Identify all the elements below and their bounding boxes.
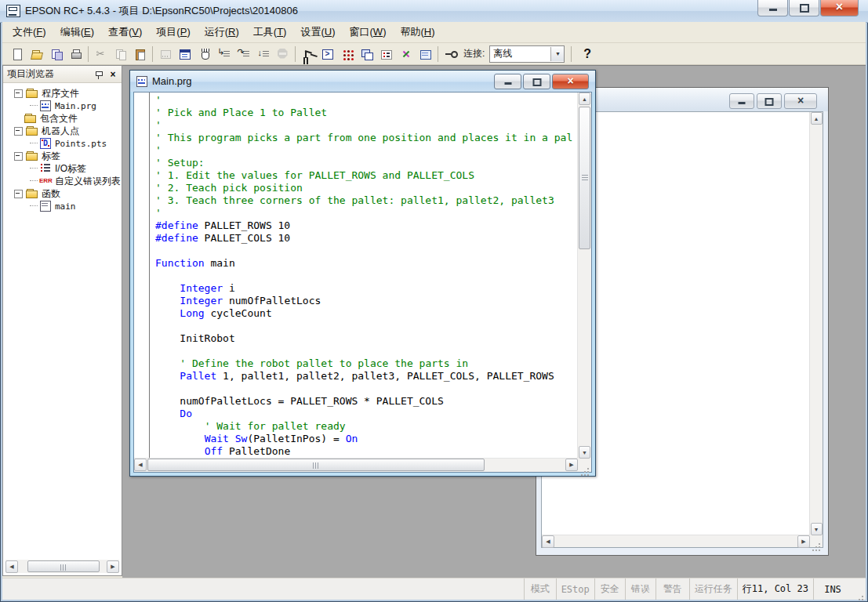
background-maximize-button[interactable] [757, 93, 782, 109]
open-project-button[interactable] [27, 44, 46, 63]
tree-item-label: 机器人点 [42, 125, 79, 138]
scrollbar-thumb[interactable] [27, 560, 100, 572]
resize-grip[interactable] [578, 459, 591, 472]
collapse-icon[interactable] [14, 89, 23, 98]
tree-item-user-error-list[interactable]: 自定义错误列表 [3, 175, 122, 187]
scroll-up-icon[interactable]: ▲ [811, 112, 823, 125]
resize-grip[interactable] [852, 578, 866, 600]
scroll-up-icon[interactable]: ▲ [579, 92, 590, 105]
background-minimize-button[interactable] [729, 93, 754, 109]
menu-item-t[interactable]: 工具(T) [246, 22, 294, 42]
tree-item-function-main[interactable]: main [3, 200, 122, 212]
menu-item-h[interactable]: 帮助(H) [393, 22, 441, 42]
help-button[interactable]: ? [583, 47, 591, 61]
scroll-right-icon[interactable]: ▶ [565, 459, 578, 471]
tree-item-functions[interactable]: 函数 [3, 187, 122, 200]
tree-item-labels[interactable]: 标签 [3, 150, 122, 162]
connect-button[interactable] [441, 44, 460, 63]
tree-item-points-pts[interactable]: Points.pts [3, 137, 122, 150]
editor-window[interactable]: Main.prg '' Pick and Place 1 to Pallet''… [129, 70, 596, 477]
toolbar: 连接: 离线 ▼ ? [2, 43, 866, 65]
background-horizontal-scrollbar[interactable]: ◀ ▶ [542, 535, 810, 547]
robot-manager-button[interactable] [298, 44, 318, 63]
collapse-icon[interactable] [14, 190, 23, 198]
menu-item-v[interactable]: 查看(V) [101, 22, 149, 42]
scroll-right-icon[interactable]: ▶ [797, 535, 810, 548]
menu-item-e[interactable]: 编辑(E) [53, 22, 101, 42]
editor-titlebar[interactable]: Main.prg [130, 71, 595, 92]
resize-grip[interactable] [810, 535, 823, 547]
prg-file-icon [136, 76, 148, 87]
save-all-button[interactable] [46, 44, 66, 63]
tree-item-include-files[interactable]: 包含文件 [3, 112, 122, 125]
control-panel-button[interactable] [416, 44, 435, 63]
scrollbar-thumb[interactable] [147, 459, 485, 471]
run-window-button[interactable] [318, 44, 337, 63]
code-line [155, 320, 577, 332]
step-over-button[interactable] [234, 44, 253, 63]
code-line [155, 245, 577, 257]
editor-maximize-button[interactable] [523, 74, 550, 89]
collapse-icon[interactable] [14, 152, 23, 161]
code-area[interactable]: '' Pick and Place 1 to Pallet'' This pro… [155, 94, 577, 459]
pause-button[interactable] [194, 44, 214, 63]
new-file-button[interactable] [7, 44, 27, 63]
sidebar-horizontal-scrollbar[interactable]: ◀ ▶ [5, 560, 119, 573]
app-close-button[interactable] [820, 0, 859, 16]
chevron-down-icon[interactable]: ▼ [550, 47, 564, 61]
paste-icon [134, 48, 147, 60]
simulator-button[interactable] [396, 44, 416, 63]
app-minimize-button[interactable] [757, 0, 788, 16]
tree-item-io-labels[interactable]: I/O标签 [3, 162, 122, 175]
folder-icon [26, 88, 38, 99]
editor-vertical-scrollbar[interactable]: ▲ ▼ [577, 92, 591, 459]
editor-horizontal-scrollbar[interactable]: ◀ ▶ [134, 458, 578, 472]
background-vertical-scrollbar[interactable]: ▲ ▼ [809, 112, 823, 535]
step-into-button[interactable] [214, 44, 234, 63]
project-explorer-panel: 项目浏览器 × 程序文件Main.prg包含文件机器人点Points.pts标签… [2, 65, 122, 576]
pts-icon [39, 138, 52, 149]
toolbar-separator [295, 46, 296, 62]
editor-close-button[interactable] [552, 74, 589, 89]
command-window-button[interactable] [376, 44, 396, 63]
scroll-left-icon[interactable]: ◀ [542, 535, 554, 548]
walk-button[interactable] [253, 44, 273, 63]
background-close-button[interactable] [784, 93, 817, 109]
tree-item-program-files[interactable]: 程序文件 [3, 87, 122, 100]
editor-minimize-button[interactable] [494, 74, 521, 89]
task-manager-button[interactable] [357, 44, 376, 63]
print-button[interactable] [66, 44, 85, 63]
tree-item-label: 标签 [42, 150, 60, 163]
menu-item-r[interactable]: 运行(R) [198, 22, 246, 42]
tree-connector [30, 168, 38, 169]
scroll-right-icon[interactable]: ▶ [107, 560, 119, 573]
menu-item-f[interactable]: 文件(F) [5, 22, 53, 42]
menu-bar: 文件(F)编辑(E)查看(V)项目(P)运行(R)工具(T)设置(U)窗口(W)… [2, 22, 866, 43]
scroll-down-icon[interactable]: ▼ [579, 446, 590, 459]
program-window-button[interactable] [175, 44, 194, 63]
scrollbar-thumb[interactable] [579, 107, 590, 249]
io-monitor-button[interactable] [337, 44, 357, 63]
tree-item-robot-points[interactable]: 机器人点 [3, 125, 122, 137]
close-icon[interactable]: × [107, 69, 118, 80]
folder-icon [24, 113, 37, 124]
status-run-tasks: 运行任务 [689, 578, 737, 600]
scroll-down-icon[interactable]: ▼ [811, 523, 823, 535]
io-monitor-icon [341, 48, 354, 60]
scroll-left-icon[interactable]: ◀ [134, 459, 147, 471]
menu-item-u[interactable]: 设置(U) [293, 22, 342, 42]
toolbar-separator [152, 46, 153, 62]
menu-item-p[interactable]: 项目(P) [149, 22, 197, 42]
paste-button[interactable] [130, 44, 150, 63]
menu-item-w[interactable]: 窗口(W) [343, 22, 394, 42]
pin-icon[interactable] [93, 69, 104, 80]
func-icon [39, 201, 52, 212]
project-explorer-title: 项目浏览器 [3, 67, 93, 81]
scroll-left-icon[interactable]: ◀ [5, 560, 18, 573]
app-titlebar[interactable]: EPSON RC+ 5.4.3 - 项目 D:\EpsonRC50\Projec… [0, 0, 868, 23]
connection-dropdown[interactable]: 离线 ▼ [489, 45, 565, 63]
app-maximize-button[interactable] [789, 0, 819, 16]
collapse-icon[interactable] [14, 127, 23, 136]
tree-item-main-prg[interactable]: Main.prg [3, 100, 122, 112]
code-line: ' Define the robot pallet to place the p… [155, 357, 577, 370]
